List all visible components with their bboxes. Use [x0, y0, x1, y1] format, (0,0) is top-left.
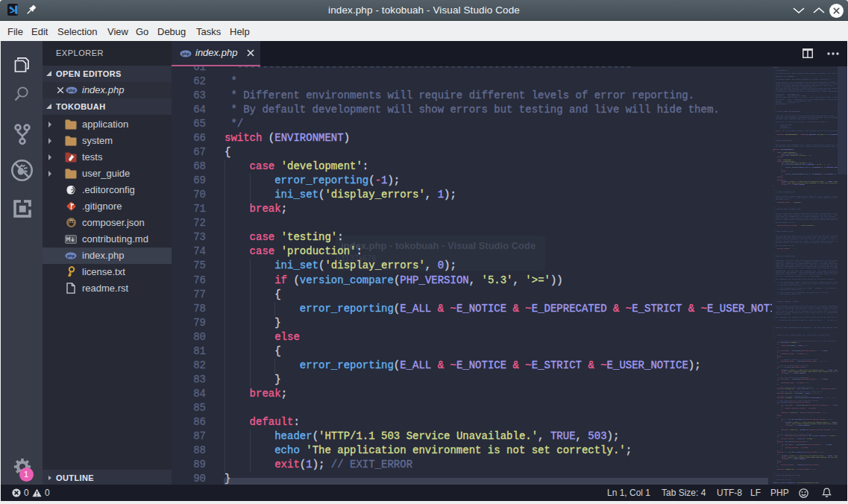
svg-text:php: php — [68, 88, 76, 92]
svg-text:php: php — [182, 51, 190, 56]
svg-text:php: php — [67, 253, 75, 258]
